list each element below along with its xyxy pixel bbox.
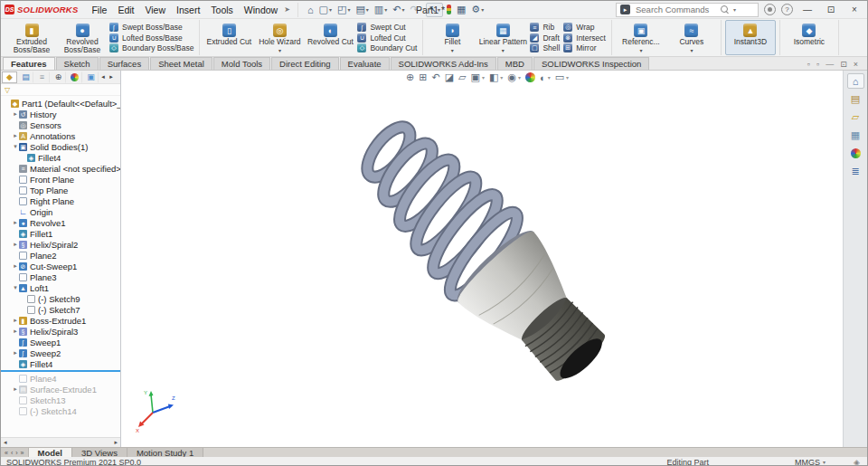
featuremanager-design-tree-tab[interactable]: ◆ [2, 71, 17, 83]
tree-item-sweep1[interactable]: ∫Sweep1 [1, 337, 120, 347]
view-settings-icon[interactable]: ▭▾ [555, 71, 569, 83]
menu-tools[interactable]: Tools [206, 4, 238, 16]
menu-edit[interactable]: Edit [113, 4, 138, 16]
dimxpertmanager-tab[interactable]: ⊕ [51, 71, 66, 83]
tree-item-revolve1[interactable]: ▸●Revolve1 [1, 217, 120, 228]
tree-item-helix-spiral3[interactable]: ▸§Helix/Spiral3 [1, 326, 120, 337]
ribbon-shell-button[interactable]: ▢Shell [530, 43, 560, 53]
tab-solidworks-add-ins[interactable]: SOLIDWORKS Add-Ins [391, 57, 496, 70]
tree-item-cut-sweep1[interactable]: ▸⊘Cut-Sweep1 [1, 261, 120, 271]
zoom-to-area-icon[interactable]: ⊞ [419, 71, 427, 83]
ribbon-revolved-boss-base-button[interactable]: ●Revolved Boss/Base [57, 20, 108, 55]
hide-show-items-icon[interactable]: ◉▾ [507, 71, 521, 83]
rollback-bar[interactable] [1, 370, 120, 372]
ribbon-swept-boss-base-button[interactable]: ∫Swept Boss/Base [109, 23, 193, 33]
view-palette-tab[interactable]: ▦ [847, 128, 864, 143]
ribbon-revolved-cut-button[interactable]: ◐Revolved Cut [305, 20, 355, 55]
ribbon-boundary-cut-button[interactable]: ◇Boundary Cut [357, 43, 417, 53]
ribbon-curves-button[interactable]: ≈Curves▾ [666, 20, 717, 55]
ribbon-draft-button[interactable]: ◢Draft [530, 33, 560, 43]
panel-horizontal-scrollbar[interactable]: ◂ ▸ [1, 437, 120, 447]
file-explorer-tab[interactable]: ▱ [847, 109, 864, 125]
ribbon-referenc-button[interactable]: ▣Referenc...▾ [616, 20, 666, 55]
tree-expand-icon[interactable]: ▾ [12, 143, 19, 150]
ribbon-intersect-button[interactable]: ⊗Intersect [563, 33, 606, 43]
tab-scroll-next[interactable]: › [15, 450, 17, 456]
tree-item-right-plane[interactable]: Right Plane [1, 195, 120, 206]
rebuild-button[interactable] [445, 3, 453, 17]
tree-item-fillet4[interactable]: ◈Fillet4 [1, 152, 120, 163]
cam-tab[interactable]: ▣ [83, 71, 99, 83]
menu-insert[interactable]: Insert [172, 4, 204, 16]
tree-expand-icon[interactable]: ▸ [12, 385, 19, 393]
ribbon-mirror-button[interactable]: ⊞Mirror [563, 43, 606, 53]
ribbon-hole-wizard-button[interactable]: ◎Hole Wizard▾ [254, 20, 305, 55]
restore-button[interactable]: ⊡ [822, 5, 840, 14]
ribbon-lofted-cut-button[interactable]: ∪Lofted Cut [357, 33, 417, 43]
ribbon-extruded-boss-base-button[interactable]: ▮Extruded Boss/Base [6, 20, 57, 55]
tab-sketch[interactable]: Sketch [56, 57, 99, 70]
tab-surfaces[interactable]: Surfaces [99, 57, 150, 70]
tree-item-sketch9[interactable]: (-) Sketch9 [1, 293, 120, 304]
tree-expand-icon[interactable]: ▸ [12, 110, 19, 118]
apply-scene-icon[interactable]: ◐▾ [540, 72, 551, 83]
edit-appearance-icon[interactable] [525, 72, 535, 82]
configurationmanager-tab[interactable]: ≡ [34, 71, 50, 83]
tree-expand-icon[interactable]: ▸ [12, 241, 19, 248]
status-tag-icon[interactable]: ◈ [854, 458, 860, 466]
tree-filter[interactable]: ▽ [1, 84, 120, 96]
ribbon-lofted-boss-base-button[interactable]: ∪Lofted Boss/Base [109, 33, 193, 43]
annotation-views-icon[interactable]: ▱ [458, 71, 466, 83]
tree-expand-icon[interactable]: ▸ [12, 262, 19, 270]
tab-sheet-metal[interactable]: Sheet Metal [150, 57, 212, 70]
solidworks-resources-tab[interactable]: ⌂ [847, 73, 864, 89]
doc-restore-button[interactable]: ⊡ [840, 60, 847, 69]
home-button[interactable]: ⌂ [306, 3, 316, 17]
close-button[interactable]: × [845, 5, 863, 14]
bottom-tab-3d-views[interactable]: 3D Views [72, 448, 127, 457]
ribbon-instant3d-button[interactable]: ▲Instant3D [725, 20, 776, 55]
doc-window-icon-b[interactable]: ▫ [816, 60, 819, 69]
tab-scroll-last[interactable]: » [21, 450, 24, 456]
minimize-button[interactable]: — [798, 5, 816, 14]
tree-item-history[interactable]: ▸↺History [1, 109, 120, 119]
tree-item-solid-bodies-1[interactable]: ▾▣Solid Bodies(1) [1, 141, 120, 152]
view-orientation-icon[interactable]: ▣▾ [471, 71, 485, 83]
save-button[interactable]: ▤▾ [354, 3, 370, 17]
tree-expand-icon[interactable]: ▸ [12, 132, 19, 139]
zoom-to-fit-icon[interactable]: ⊕ [406, 71, 414, 83]
new-document-button[interactable]: ▢▾ [317, 3, 334, 17]
fm-tabs-scroll-left-icon[interactable]: ◂ [99, 73, 107, 81]
tab-mold-tools[interactable]: Mold Tools [213, 57, 270, 70]
tree-item-sweep2[interactable]: ▸∫Sweep2 [1, 347, 120, 358]
menu-window[interactable]: Window [240, 4, 282, 16]
previous-view-icon[interactable]: ↶ [431, 71, 439, 83]
tree-expand-icon[interactable]: ▸ [12, 317, 19, 324]
ribbon-boundary-boss-base-button[interactable]: ◇Boundary Boss/Base [109, 43, 193, 53]
tab-scroll-prev[interactable]: ‹ [11, 450, 13, 456]
ribbon-wrap-button[interactable]: ◎Wrap [563, 23, 606, 33]
tab-mbd[interactable]: MBD [497, 57, 533, 70]
tree-expand-icon[interactable]: ▾ [12, 284, 19, 291]
tree-item-plane4[interactable]: Plane4 [1, 373, 120, 384]
menu-view[interactable]: View [140, 4, 170, 16]
tree-item-fillet4[interactable]: ◈Fillet4 [1, 358, 120, 369]
display-style-icon[interactable]: ◧▾ [489, 71, 503, 83]
search-input[interactable] [634, 4, 717, 15]
ribbon-rib-button[interactable]: ≡Rib [530, 23, 560, 33]
tree-item-front-plane[interactable]: Front Plane [1, 174, 120, 185]
search-dropdown-icon[interactable]: ▾ [733, 6, 736, 13]
tree-item-plane3[interactable]: Plane3 [1, 271, 120, 282]
tree-expand-icon[interactable]: ▸ [12, 349, 19, 357]
ribbon-isometric-button[interactable]: ◆Isometric [784, 20, 835, 55]
ribbon-fillet-button[interactable]: ◗Fillet▾ [427, 20, 477, 55]
tree-item-plane2[interactable]: Plane2 [1, 250, 120, 261]
propertymanager-tab[interactable]: ▤ [18, 71, 33, 83]
custom-properties-tab[interactable]: ≣ [847, 164, 864, 179]
tree-item-loft1[interactable]: ▾▲Loft1 [1, 282, 120, 293]
tree-item-sketch14[interactable]: (-) Sketch14 [1, 405, 120, 416]
units-selector[interactable]: MMGS ▾ [795, 458, 826, 466]
help-button[interactable]: ? [781, 4, 793, 15]
select-button[interactable]: ↖▾ [426, 3, 443, 17]
tab-scroll-first[interactable]: « [5, 450, 8, 456]
